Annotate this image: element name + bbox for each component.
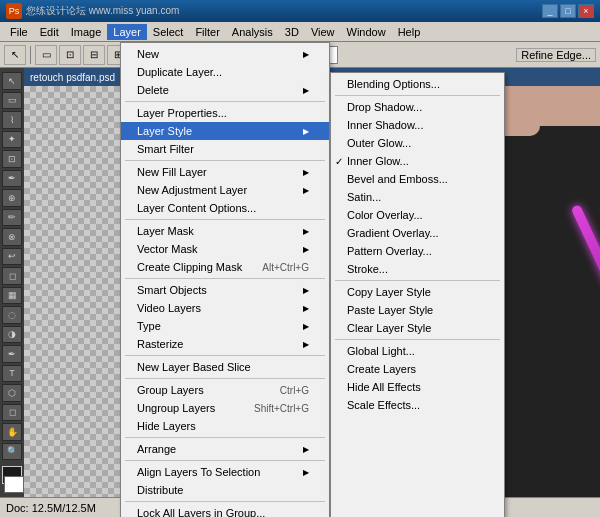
layer-menu-container: New▶ Duplicate Layer... Delete▶ Layer Pr… (120, 42, 505, 517)
clear-layer-style[interactable]: Clear Layer Style (331, 319, 504, 337)
titlebar: Ps 您练设计论坛 www.miss yuan.com _ □ × (0, 0, 600, 22)
refine-edge-button[interactable]: Refine Edge... (516, 48, 596, 62)
sep-4 (125, 278, 325, 279)
group-layers[interactable]: Group LayersCtrl+G (121, 381, 329, 399)
layer-type[interactable]: Type▶ (121, 317, 329, 335)
menu-select[interactable]: Select (147, 24, 190, 40)
tool-crop[interactable]: ⊡ (2, 150, 22, 168)
new-adjustment-layer[interactable]: New Adjustment Layer▶ (121, 181, 329, 199)
create-layers[interactable]: Create Layers (331, 360, 504, 378)
inner-shadow[interactable]: Inner Shadow... (331, 116, 504, 134)
layer-delete[interactable]: Delete▶ (121, 81, 329, 99)
lock-all-layers[interactable]: Lock All Layers in Group... (121, 504, 329, 517)
sep-6 (125, 378, 325, 379)
ungroup-layers[interactable]: Ungroup LayersShift+Ctrl+G (121, 399, 329, 417)
inner-glow[interactable]: ✓Inner Glow... (331, 152, 504, 170)
layer-duplicate[interactable]: Duplicate Layer... (121, 63, 329, 81)
tool-lasso[interactable]: ⌇ (2, 111, 22, 129)
tool-history[interactable]: ↩ (2, 248, 22, 266)
layer-content-options[interactable]: Layer Content Options... (121, 199, 329, 217)
minimize-button[interactable]: _ (542, 4, 558, 18)
sub-sep-2 (335, 280, 500, 281)
tool-heal[interactable]: ⊕ (2, 189, 22, 207)
arrange[interactable]: Arrange▶ (121, 440, 329, 458)
hide-layers[interactable]: Hide Layers (121, 417, 329, 435)
sep-9 (125, 501, 325, 502)
gradient-overlay[interactable]: Gradient Overlay... (331, 224, 504, 242)
sep-3 (125, 219, 325, 220)
inner-glow-check: ✓ (335, 156, 343, 167)
menu-file[interactable]: File (4, 24, 34, 40)
toolbar-marquee[interactable]: ▭ (35, 45, 57, 65)
satin[interactable]: Satin... (331, 188, 504, 206)
bevel-emboss[interactable]: Bevel and Emboss... (331, 170, 504, 188)
titlebar-icon: Ps (6, 3, 22, 19)
copy-layer-style[interactable]: Copy Layer Style (331, 283, 504, 301)
smart-filter[interactable]: Smart Filter (121, 140, 329, 158)
layer-rasterize[interactable]: Rasterize▶ (121, 335, 329, 353)
close-button[interactable]: × (578, 4, 594, 18)
sep-1 (125, 101, 325, 102)
tools-panel: ↖ ▭ ⌇ ✦ ⊡ ✒ ⊕ ✏ ⊗ ↩ ◻ ▦ ◌ ◑ ✒ T ⬡ ◻ ✋ 🔍 (0, 68, 24, 497)
menu-filter[interactable]: Filter (189, 24, 225, 40)
menu-image[interactable]: Image (65, 24, 108, 40)
tool-gradient[interactable]: ▦ (2, 287, 22, 305)
layer-new[interactable]: New▶ (121, 45, 329, 63)
tool-marquee[interactable]: ▭ (2, 92, 22, 110)
tool-move[interactable]: ↖ (2, 72, 22, 90)
video-layers[interactable]: Video Layers▶ (121, 299, 329, 317)
new-fill-layer[interactable]: New Fill Layer▶ (121, 163, 329, 181)
menu-help[interactable]: Help (392, 24, 427, 40)
pattern-overlay[interactable]: Pattern Overlay... (331, 242, 504, 260)
vector-mask[interactable]: Vector Mask▶ (121, 240, 329, 258)
toolbar-btn2[interactable]: ⊡ (59, 45, 81, 65)
menu-analysis[interactable]: Analysis (226, 24, 279, 40)
layer-mask[interactable]: Layer Mask▶ (121, 222, 329, 240)
menu-layer[interactable]: Layer (107, 24, 147, 40)
sep-5 (125, 355, 325, 356)
menu-view[interactable]: View (305, 24, 341, 40)
tool-brush[interactable]: ✏ (2, 209, 22, 227)
tool-hand[interactable]: ✋ (2, 423, 22, 441)
blending-options[interactable]: Blending Options... (331, 75, 504, 93)
align-layers[interactable]: Align Layers To Selection▶ (121, 463, 329, 481)
drop-shadow[interactable]: Drop Shadow... (331, 98, 504, 116)
tool-clone[interactable]: ⊗ (2, 228, 22, 246)
background-color[interactable] (4, 476, 24, 494)
tool-magic[interactable]: ✦ (2, 131, 22, 149)
create-clipping-mask[interactable]: Create Clipping MaskAlt+Ctrl+G (121, 258, 329, 276)
tool-eyedrop[interactable]: ✒ (2, 170, 22, 188)
titlebar-controls: _ □ × (542, 4, 594, 18)
layer-style[interactable]: Layer Style▶ (121, 122, 329, 140)
new-layer-based-slice[interactable]: New Layer Based Slice (121, 358, 329, 376)
status-info: Doc: 12.5M/12.5M (6, 502, 96, 514)
smart-objects[interactable]: Smart Objects▶ (121, 281, 329, 299)
stroke[interactable]: Stroke... (331, 260, 504, 278)
tool-zoom[interactable]: 🔍 (2, 443, 22, 461)
tool-eraser[interactable]: ◻ (2, 267, 22, 285)
sep-8 (125, 460, 325, 461)
tool-shape[interactable]: ◻ (2, 404, 22, 422)
toolbar-btn3[interactable]: ⊟ (83, 45, 105, 65)
hide-all-effects[interactable]: Hide All Effects (331, 378, 504, 396)
tool-blur[interactable]: ◌ (2, 306, 22, 324)
global-light[interactable]: Global Light... (331, 342, 504, 360)
menu-3d[interactable]: 3D (279, 24, 305, 40)
layer-properties[interactable]: Layer Properties... (121, 104, 329, 122)
tool-pen[interactable]: ✒ (2, 345, 22, 363)
sep-2 (125, 160, 325, 161)
layer-dropdown: New▶ Duplicate Layer... Delete▶ Layer Pr… (120, 42, 330, 517)
ps-watermark: 您练设计论坛 www.miss yuan.com (26, 4, 179, 18)
tool-dodge[interactable]: ◑ (2, 326, 22, 344)
scale-effects[interactable]: Scale Effects... (331, 396, 504, 414)
outer-glow[interactable]: Outer Glow... (331, 134, 504, 152)
menu-edit[interactable]: Edit (34, 24, 65, 40)
tool-path[interactable]: ⬡ (2, 384, 22, 402)
maximize-button[interactable]: □ (560, 4, 576, 18)
paste-layer-style[interactable]: Paste Layer Style (331, 301, 504, 319)
color-overlay[interactable]: Color Overlay... (331, 206, 504, 224)
distribute[interactable]: Distribute (121, 481, 329, 499)
tool-text[interactable]: T (2, 365, 22, 383)
menu-window[interactable]: Window (341, 24, 392, 40)
toolbar-arrow[interactable]: ↖ (4, 45, 26, 65)
